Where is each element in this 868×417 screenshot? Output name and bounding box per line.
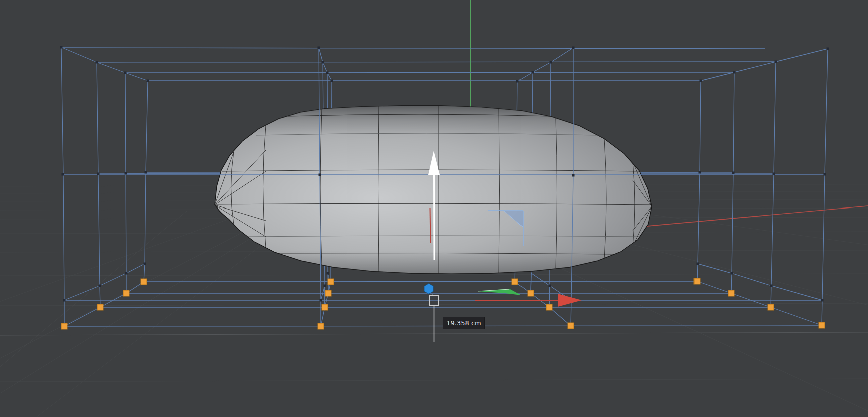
lattice-point[interactable] <box>144 263 146 265</box>
lattice-point[interactable] <box>318 47 320 49</box>
lattice-point[interactable] <box>568 323 574 329</box>
lattice-point[interactable] <box>821 299 824 302</box>
lattice-point[interactable] <box>327 272 329 275</box>
lattice-point[interactable] <box>319 174 321 176</box>
gizmo-z-arrow[interactable] <box>478 289 522 295</box>
lattice-point[interactable] <box>773 173 775 175</box>
lattice-point[interactable] <box>322 61 324 64</box>
3d-viewport[interactable]: 19.358 cm <box>0 0 868 417</box>
lattice-point[interactable] <box>326 72 329 74</box>
drag-distance-tooltip: 19.358 cm <box>443 317 485 329</box>
lattice-point[interactable] <box>827 48 829 50</box>
lattice-point[interactable] <box>512 279 518 285</box>
lattice-point[interactable] <box>141 279 147 285</box>
lattice-point[interactable] <box>331 80 333 82</box>
lattice-point[interactable] <box>63 299 66 302</box>
lattice-point[interactable] <box>770 285 773 287</box>
lattice-point[interactable] <box>147 80 149 82</box>
lattice-point[interactable] <box>96 61 98 64</box>
lattice-point[interactable] <box>124 72 127 74</box>
lattice-point[interactable] <box>697 263 699 265</box>
lattice-point[interactable] <box>145 171 147 174</box>
lattice-point[interactable] <box>325 290 331 296</box>
origin-point-handle[interactable] <box>424 284 433 294</box>
lattice-point[interactable] <box>732 172 735 174</box>
lattice-point[interactable] <box>699 171 701 174</box>
lattice-point[interactable] <box>528 290 534 296</box>
lattice-point[interactable] <box>97 304 103 310</box>
lattice-point[interactable] <box>125 272 128 275</box>
lattice-point[interactable] <box>516 80 519 83</box>
lattice-point[interactable] <box>318 323 324 329</box>
lattice-point[interactable] <box>733 71 736 74</box>
lattice-point[interactable] <box>572 47 575 49</box>
lattice-point[interactable] <box>731 272 733 275</box>
lattice-point[interactable] <box>775 61 777 63</box>
lattice-point[interactable] <box>125 172 127 175</box>
lattice-point[interactable] <box>549 285 551 287</box>
lattice-point[interactable] <box>60 46 63 49</box>
lattice-point[interactable] <box>694 278 700 284</box>
lattice-point[interactable] <box>728 290 734 296</box>
lattice-point[interactable] <box>320 299 322 302</box>
lattice-point[interactable] <box>819 322 825 328</box>
gizmo-mini-red-line <box>430 208 431 243</box>
lattice-point[interactable] <box>324 285 326 287</box>
lattice-point[interactable] <box>824 173 826 176</box>
lattice-point[interactable] <box>328 279 334 285</box>
lattice-point[interactable] <box>61 323 67 329</box>
lattice-point[interactable] <box>322 304 328 310</box>
lattice-point[interactable] <box>572 174 575 177</box>
lattice-point[interactable] <box>546 304 552 310</box>
lattice-point[interactable] <box>62 173 64 176</box>
lattice-point[interactable] <box>532 71 534 74</box>
lattice-point[interactable] <box>123 290 129 296</box>
lattice-point[interactable] <box>99 285 101 287</box>
lattice-point[interactable] <box>700 80 702 82</box>
lattice-point[interactable] <box>768 304 774 310</box>
lattice-point[interactable] <box>550 61 552 64</box>
lattice-point[interactable] <box>97 173 100 175</box>
